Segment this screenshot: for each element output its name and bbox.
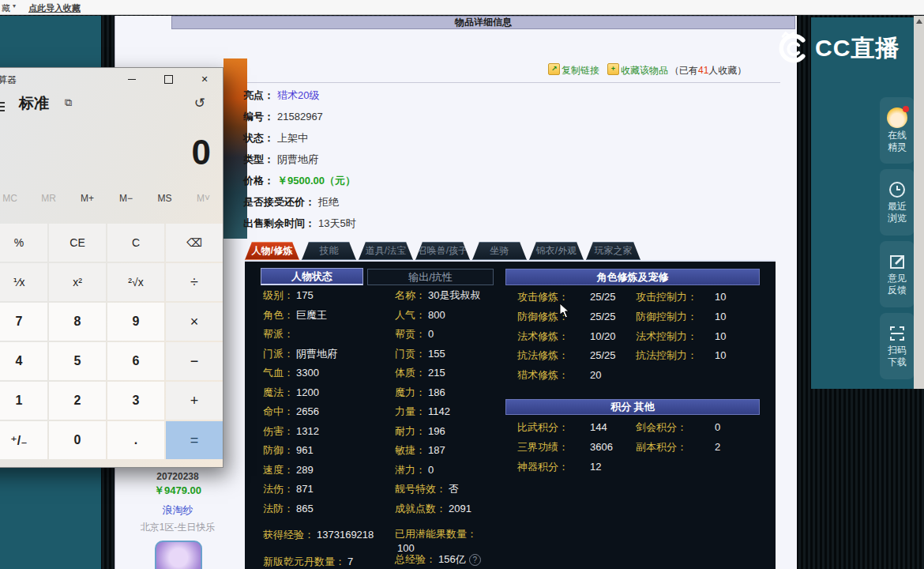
stat-row: 帮派：	[263, 326, 374, 346]
calculator-window: 计算器 ✕ 标准 ⧉ ↺ 0 MCMRM+M−MSM˅ %CEC⌫⅟xx²²√x…	[0, 67, 223, 468]
cultivation-header: 角色修炼及宠修	[505, 269, 760, 285]
stat-row: 魔力：186	[395, 385, 521, 405]
help-icon[interactable]: ?	[469, 554, 481, 566]
import-favorites-link[interactable]: 点此导入收藏	[28, 2, 81, 14]
scroll-up-icon[interactable]	[916, 19, 922, 24]
stat-label: 获得经验：	[263, 529, 314, 541]
sidebar-item-recent-views[interactable]: 最近浏览	[880, 169, 915, 236]
stat-value: 1373169218	[317, 529, 374, 541]
favorite-link[interactable]: 收藏该物品	[621, 64, 668, 77]
calculator-key[interactable]: ×	[166, 303, 223, 341]
subtab-output-resist[interactable]: 输出/抗性	[367, 269, 494, 285]
info-row: 类型：阴曹地府	[243, 153, 575, 174]
stat-label: 敏捷：	[395, 444, 426, 456]
calculator-key[interactable]: ²√x	[107, 263, 164, 301]
info-label: 价格：	[243, 175, 274, 187]
tab-label: 人物/修炼	[252, 244, 292, 258]
tab[interactable]: 技能	[302, 242, 356, 260]
calculator-key[interactable]: ⅟x	[0, 263, 47, 301]
tab[interactable]: 人物/修炼	[245, 242, 299, 260]
sidebar-item-feedback[interactable]: 意见反馈	[880, 241, 915, 307]
memory-button[interactable]: MR	[29, 193, 68, 204]
tab-label: 坐骑	[490, 244, 509, 258]
calculator-key[interactable]: 0	[49, 421, 106, 459]
calculator-key[interactable]: x²	[49, 263, 106, 301]
total-exp-row: 总经验：156亿?	[395, 552, 481, 567]
copy-link[interactable]: 复制链接	[562, 64, 599, 77]
stat-value: 215	[428, 367, 445, 379]
bookmark-dropdown-icon[interactable]: ▾	[13, 2, 16, 9]
memory-button[interactable]: MC	[0, 193, 29, 204]
info-row: 编号：21582967	[243, 110, 575, 131]
stat-value: 865	[296, 503, 314, 514]
close-button[interactable]: ✕	[186, 68, 223, 90]
calculator-key[interactable]: ⌫	[166, 224, 223, 262]
sidebar-item-online-sprite[interactable]: 在线精灵	[880, 97, 915, 164]
calculator-key[interactable]: 8	[49, 303, 106, 341]
calculator-mode: 标准	[19, 93, 49, 114]
cc-sidebar: 在线精灵 最近浏览 意见反馈 扫码下载	[880, 97, 915, 379]
memory-button[interactable]: MS	[145, 193, 184, 204]
favorite-count-note: （已有41人收藏）	[670, 64, 746, 77]
stat-value: 0	[428, 464, 434, 476]
cultivation-row: 抗法修炼：25/25抗法控制力：10	[517, 348, 726, 367]
list-item-name[interactable]: 浪淘纱	[122, 503, 233, 518]
cultivation-row: 猎术修炼：20	[517, 367, 726, 387]
maximize-button[interactable]	[150, 68, 186, 90]
cultivation-row: 防御修炼：25/25防御控制力：10	[517, 309, 726, 329]
tab[interactable]: 玩家之家	[586, 242, 640, 260]
calculator-key[interactable]: =	[166, 421, 223, 459]
stat-value: 1200	[296, 386, 319, 398]
memory-button[interactable]: M˅	[184, 193, 223, 204]
memory-button[interactable]: M+	[68, 193, 107, 204]
info-label: 出售剩余时间：	[243, 217, 315, 229]
calculator-key[interactable]: CE	[49, 224, 106, 262]
calculator-key[interactable]: 4	[0, 342, 47, 380]
calculator-key[interactable]: 5	[49, 342, 106, 380]
info-value: 阴曹地府	[277, 153, 318, 165]
minimize-icon	[128, 79, 136, 80]
calculator-key[interactable]: 9	[107, 303, 164, 341]
favorite-count: 41	[698, 65, 708, 76]
calculator-key[interactable]: 2	[49, 382, 106, 420]
calculator-key[interactable]: .	[107, 421, 164, 459]
keep-on-top-icon[interactable]: ⧉	[65, 96, 72, 109]
subtab-character-status[interactable]: 人物状态	[261, 268, 363, 285]
tab[interactable]: 道具/法宝	[359, 242, 413, 260]
stat-row: 敏捷：187	[395, 443, 521, 462]
tab-label: 玩家之家	[595, 244, 633, 258]
calculator-key[interactable]: ÷	[166, 263, 223, 301]
sidebar-item-scan-download[interactable]: 扫码下载	[880, 313, 915, 379]
stat-label: 新版乾元丹数量：	[263, 556, 345, 567]
info-label: 是否接受还价：	[243, 196, 315, 208]
points-row: 三界功绩：3606副本积分：2	[517, 439, 720, 459]
scrollbar[interactable]	[914, 16, 924, 389]
stat-value: 7	[347, 556, 353, 567]
list-item-price: ￥9479.00	[122, 484, 233, 498]
menu-icon[interactable]	[0, 100, 5, 114]
tab[interactable]: 召唤兽/孩子	[415, 242, 470, 260]
calculator-key[interactable]: −	[166, 342, 223, 380]
stat-row: 新版乾元丹数量：7	[263, 554, 374, 569]
calculator-key[interactable]: 1	[0, 382, 47, 420]
calculator-key[interactable]: 3	[107, 382, 164, 420]
calculator-key[interactable]: %	[0, 224, 47, 262]
calculator-key[interactable]: 7	[0, 303, 47, 341]
calculator-key[interactable]: +	[166, 382, 223, 420]
minimize-button[interactable]	[114, 68, 150, 90]
tab-label: 道具/法宝	[366, 244, 406, 258]
history-icon[interactable]: ↺	[194, 95, 205, 111]
tab[interactable]: 锦衣/外观	[529, 242, 584, 260]
calculator-key[interactable]: ⁺/₋	[0, 421, 47, 459]
cc-logo: CC直播	[774, 30, 900, 66]
points-header: 积分 其他	[505, 399, 760, 415]
stat-value: 巨魔王	[296, 309, 327, 321]
bookmark-bar: 藏 ▾ 点此导入收藏	[0, 0, 924, 15]
memory-button[interactable]: M−	[107, 193, 145, 204]
list-item-avatar[interactable]	[155, 541, 202, 569]
calculator-key[interactable]: C	[107, 224, 164, 262]
stat-value: 否	[449, 483, 459, 495]
page-title: 物品详细信息	[171, 16, 795, 29]
tab[interactable]: 坐骑	[472, 242, 527, 260]
calculator-key[interactable]: 6	[107, 342, 164, 380]
